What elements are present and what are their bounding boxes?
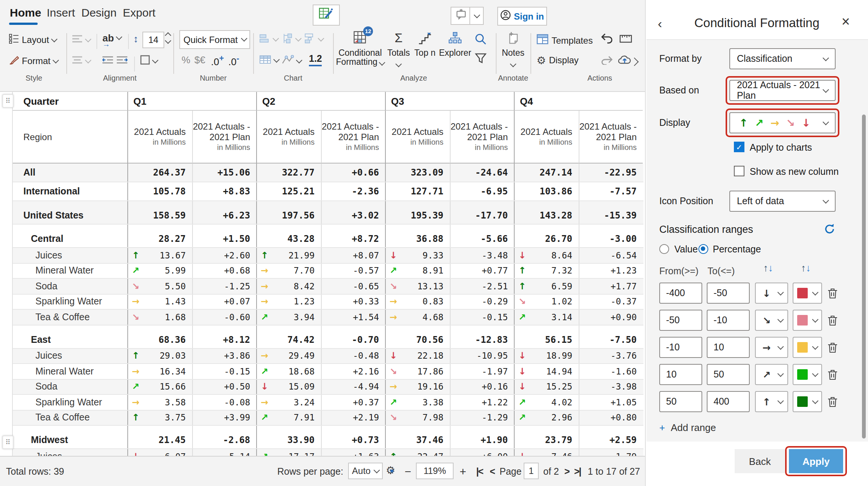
range-color-select[interactable] <box>793 337 822 358</box>
zoom-level-input[interactable]: 119% <box>416 463 454 479</box>
font-size-input[interactable]: 14 <box>142 32 164 48</box>
range-to-input[interactable] <box>707 337 750 358</box>
totals-button[interactable]: Σ Totals <box>386 30 411 68</box>
decrease-decimals-button[interactable]: .0- <box>228 53 239 67</box>
sparkline-button[interactable] <box>282 55 301 67</box>
increase-decimals-button[interactable]: .0+ <box>211 53 224 67</box>
table-row[interactable]: Juices↓6.07-5.14↗17.17+1.63↑22.47+6.00↓7… <box>13 449 643 456</box>
sort-icons-icon[interactable]: ↑↓ <box>763 262 773 274</box>
text-wrap-button[interactable]: ab→ <box>102 32 121 44</box>
table-row[interactable]: Mineral Water↗5.99+0.68→7.70-0.57↗8.91+0… <box>13 263 643 279</box>
quick-format-dropdown[interactable]: Quick Format <box>179 30 250 49</box>
first-page-button[interactable]: |< <box>476 466 483 477</box>
percent-format-button[interactable]: % <box>182 54 190 66</box>
table-row[interactable]: Tea & Coffee↘1.68-0.60↗3.94+1.54→4.68-0.… <box>13 310 643 325</box>
zoom-in-button[interactable]: + <box>460 465 466 478</box>
tab-export[interactable]: Export <box>123 6 156 19</box>
ruler-button[interactable] <box>619 33 632 45</box>
decrease-indent-button[interactable] <box>102 56 114 66</box>
hierarchy-chart-button[interactable] <box>282 33 301 46</box>
table-row[interactable]: Soda↗15.66+0.50↓15.09-4.94→19.16+0.16↓15… <box>13 379 643 395</box>
table-row[interactable]: Juices↑13.67+2.60↑21.99+8.07↓9.33-3.48↓8… <box>13 248 643 263</box>
table-view-button[interactable] <box>259 55 279 66</box>
top-n-button[interactable]: Top n <box>411 30 439 57</box>
quarter-header[interactable]: Q2 <box>256 92 385 111</box>
based-on-select[interactable]: 2021 Actuals - 2021 Plan <box>729 80 836 101</box>
table-row[interactable]: Tea & Coffee↑3.75+3.99↗7.91+2.19↘7.98-1.… <box>13 410 643 426</box>
undo-button[interactable] <box>601 33 613 46</box>
last-page-button[interactable]: >| <box>574 466 581 477</box>
delta-column-header[interactable]: 2021 Actuals - 2021 Plan in Millions <box>578 111 643 164</box>
table-row[interactable]: Soda↘5.50-1.25→8.42-0.65↘13.13-2.51↑6.59… <box>13 279 643 294</box>
table-row[interactable]: East68.36+8.1274.42-0.7070.56-12.8356.15… <box>13 325 643 348</box>
range-color-select[interactable] <box>793 310 822 331</box>
range-from-input[interactable] <box>659 283 702 304</box>
range-color-select[interactable] <box>793 364 822 385</box>
conditional-formatting-button[interactable]: 12 Conditional Formatting <box>335 30 386 66</box>
font-size-stepper[interactable] <box>166 31 170 43</box>
borders-button[interactable] <box>140 55 157 67</box>
tab-design[interactable]: Design <box>81 6 116 19</box>
add-comment-button[interactable] <box>451 7 472 25</box>
delta-column-header[interactable]: 2021 Actuals - 2021 Plan in Millions <box>192 111 256 164</box>
table-row[interactable]: Juices↑29.03+3.86→29.49-0.48↓22.18-10.95… <box>13 348 643 364</box>
bar-chart-button[interactable] <box>259 33 278 46</box>
delete-range-button[interactable] <box>827 364 839 385</box>
edit-sheet-button[interactable] <box>313 5 340 26</box>
show-as-new-column-checkbox[interactable] <box>734 166 744 176</box>
notes-button[interactable]: Notes <box>497 30 529 68</box>
range-from-input[interactable] <box>659 337 702 358</box>
range-from-input[interactable] <box>659 364 702 385</box>
display-button[interactable]: ⚙ Display <box>536 54 579 66</box>
tab-insert[interactable]: Insert <box>47 6 75 19</box>
tab-home[interactable]: Home <box>10 6 41 19</box>
delta-column-header[interactable]: 2021 Actuals - 2021 Plan in Millions <box>449 111 514 164</box>
comment-dropdown[interactable] <box>469 7 484 25</box>
range-from-input[interactable] <box>659 391 702 412</box>
close-icon[interactable]: × <box>842 14 850 30</box>
cloud-upload-button[interactable] <box>618 54 631 67</box>
add-range-button[interactable]: + Add range <box>659 422 716 433</box>
display-select[interactable]: ↑↗→↘↓ <box>729 112 836 133</box>
percentage-radio[interactable] <box>698 244 708 254</box>
zoom-settings-gear-icon[interactable]: ⚙ <box>386 464 395 476</box>
vertical-align-button[interactable] <box>72 35 90 45</box>
delete-range-button[interactable] <box>827 337 839 358</box>
waterfall-chart-button[interactable] <box>304 33 323 46</box>
range-icon-select[interactable]: ↗ <box>755 364 788 385</box>
currency-format-button[interactable]: $€ <box>194 54 205 66</box>
delta-column-header[interactable]: 2021 Actuals - 2021 Plan in Millions <box>321 111 385 164</box>
layout-button[interactable]: Layout <box>9 34 57 46</box>
delete-range-button[interactable] <box>827 310 839 331</box>
table-row[interactable]: Midwest21.45-2.6833.90+0.7337.46+1.9023.… <box>13 426 643 449</box>
actuals-column-header[interactable]: 2021 Actuals in Millions <box>514 111 578 164</box>
range-to-input[interactable] <box>707 283 750 304</box>
table-row[interactable]: Sparkling Water→3.58-0.08→3.24+0.37↗3.38… <box>13 395 643 410</box>
redo-button[interactable] <box>601 56 613 67</box>
back-button[interactable]: Back <box>735 449 785 473</box>
format-by-select[interactable]: Classification <box>729 48 836 69</box>
zoom-out-button[interactable]: − <box>405 465 411 478</box>
filter-button[interactable] <box>475 53 487 66</box>
templates-button[interactable]: Templates <box>536 34 593 47</box>
rows-per-page-select[interactable]: Auto <box>348 463 383 479</box>
table-row[interactable]: Mineral Water→16.34-0.15↗18.68+2.16↘17.8… <box>13 364 643 379</box>
delete-range-button[interactable] <box>827 391 839 412</box>
apply-to-charts-checkbox[interactable]: ✓ <box>734 142 744 152</box>
quarter-header[interactable]: Q1 <box>127 92 256 111</box>
delete-range-button[interactable] <box>827 283 839 304</box>
quarter-header[interactable]: Q3 <box>385 92 514 111</box>
increase-indent-button[interactable] <box>117 56 128 66</box>
range-to-input[interactable] <box>707 391 750 412</box>
icon-position-select[interactable]: Left of data <box>729 191 836 212</box>
range-icon-select[interactable]: ↑ <box>755 391 788 412</box>
quarter-header[interactable]: Q4 <box>514 92 643 111</box>
back-chevron-icon[interactable]: ‹ <box>658 17 662 32</box>
apply-button[interactable]: Apply <box>789 449 843 473</box>
panel-scrollbar[interactable] <box>862 115 866 439</box>
ribbon-expand-button[interactable] <box>631 54 639 65</box>
next-page-button[interactable]: > <box>564 466 569 477</box>
row-drag-handle[interactable]: ⠿ <box>2 436 14 449</box>
reset-ranges-icon[interactable] <box>824 223 836 238</box>
horizontal-align-button[interactable] <box>72 56 90 66</box>
